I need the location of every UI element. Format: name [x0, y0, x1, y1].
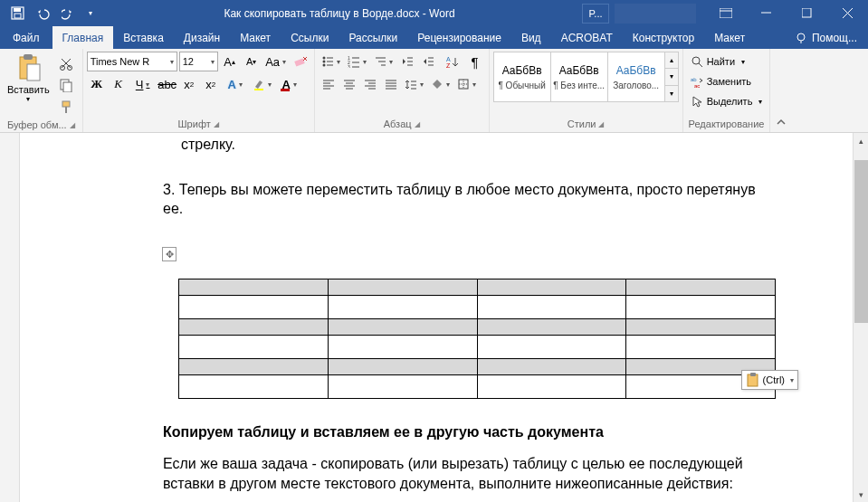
align-left-button[interactable] [319, 74, 339, 94]
svg-rect-1 [14, 8, 21, 12]
clipboard-icon [746, 373, 760, 387]
borders-button[interactable]: ▾ [454, 74, 480, 94]
tab-references[interactable]: Ссылки [281, 26, 339, 49]
svg-rect-12 [24, 54, 33, 60]
underline-button[interactable]: Ч▾ [130, 74, 156, 94]
table-row[interactable] [179, 318, 776, 335]
vertical-ruler[interactable] [0, 133, 20, 502]
qat-customize-button[interactable]: ▾ [84, 3, 97, 24]
copy-button[interactable] [56, 75, 76, 95]
close-button[interactable] [827, 0, 868, 26]
cut-button[interactable] [56, 53, 76, 73]
group-paragraph-label: Абзац [384, 118, 412, 129]
svg-point-14 [60, 66, 64, 71]
italic-button[interactable]: К [109, 74, 129, 94]
dialog-launcher-icon[interactable]: ◢ [415, 120, 420, 128]
user-area[interactable] [615, 4, 696, 24]
svg-text:A: A [446, 56, 451, 62]
style-normal[interactable]: АаБбВв ¶ Обычный [493, 52, 551, 102]
style-no-spacing[interactable]: АаБбВв ¶ Без инте... [550, 52, 608, 102]
scroll-up-button[interactable]: ▴ [854, 133, 868, 148]
tab-acrobat[interactable]: ACROBAT [551, 26, 623, 49]
table-move-handle[interactable]: ✥ [162, 247, 176, 261]
highlight-button[interactable]: ▾ [250, 74, 275, 94]
multilevel-list-button[interactable]: ▾ [371, 52, 396, 71]
tab-table-design[interactable]: Конструктор [623, 26, 704, 49]
tab-design[interactable]: Дизайн [174, 26, 230, 49]
tab-mailings[interactable]: Рассылки [339, 26, 407, 49]
scroll-thumb[interactable] [854, 160, 868, 323]
sort-button[interactable]: AZ [439, 52, 464, 71]
table-row[interactable] [179, 279, 776, 295]
document-canvas[interactable]: стрелку. 3. Теперь вы можете переместить… [20, 133, 853, 502]
ribbon-collapse-button[interactable] [770, 49, 792, 132]
shading-button[interactable]: ▾ [428, 74, 453, 94]
svg-point-9 [797, 33, 805, 41]
table-row[interactable] [179, 295, 776, 318]
group-paragraph: ▾ 123▾ ▾ AZ ¶ ▾ ▾ ▾ Абзац◢ [315, 49, 490, 132]
shrink-font-button[interactable]: A▾ [242, 52, 262, 71]
text-effects-button[interactable]: A▾ [223, 74, 248, 94]
bullets-button[interactable]: ▾ [319, 52, 344, 71]
table-row[interactable] [179, 358, 776, 374]
group-font-label: Шрифт [178, 118, 211, 129]
tab-review[interactable]: Рецензирование [407, 26, 511, 49]
align-center-button[interactable] [339, 74, 359, 94]
change-case-button[interactable]: Aa▾ [263, 52, 289, 71]
style-heading1[interactable]: АаБбВв Заголово... [607, 52, 665, 102]
font-color-button[interactable]: A▾ [277, 74, 302, 94]
decrease-indent-button[interactable] [397, 52, 417, 71]
maximize-button[interactable] [787, 0, 827, 26]
paste-label: Вставить [7, 84, 50, 95]
subscript-button[interactable]: x2 [179, 74, 199, 94]
select-button[interactable]: Выделить▾ [687, 91, 767, 111]
tab-layout[interactable]: Макет [230, 26, 281, 49]
save-button[interactable] [5, 3, 29, 24]
tab-view[interactable]: Вид [511, 26, 551, 49]
body-text-cutoff: стрелку. [181, 135, 835, 155]
align-right-button[interactable] [360, 74, 380, 94]
font-size-combo[interactable]: 12▾ [179, 52, 218, 71]
clear-formatting-button[interactable] [291, 52, 310, 71]
tab-file[interactable]: Файл [0, 26, 52, 49]
dialog-launcher-icon[interactable]: ◢ [598, 120, 604, 128]
table-row[interactable] [179, 335, 776, 358]
ribbon-display-button[interactable] [705, 0, 746, 26]
scroll-down-button[interactable]: ▾ [854, 487, 868, 502]
undo-button[interactable] [32, 3, 55, 24]
svg-rect-2 [14, 14, 21, 18]
dialog-launcher-icon[interactable]: ◢ [214, 120, 219, 128]
find-button[interactable]: Найти▾ [687, 52, 749, 71]
format-painter-button[interactable] [56, 97, 76, 117]
vertical-scrollbar[interactable]: ▴ ▾ [853, 133, 868, 502]
svg-text:3: 3 [348, 64, 350, 68]
minimize-button[interactable] [746, 0, 787, 26]
font-name-combo[interactable]: Times New R▾ [87, 52, 177, 71]
increase-indent-button[interactable] [418, 52, 438, 71]
paste-button[interactable]: Вставить ▾ [4, 52, 53, 105]
superscript-button[interactable]: x2 [201, 74, 221, 94]
tab-home[interactable]: Главная [52, 26, 114, 49]
grow-font-button[interactable]: A▴ [220, 52, 240, 71]
tab-insert[interactable]: Вставка [113, 26, 174, 49]
show-marks-button[interactable]: ¶ [465, 52, 485, 71]
redo-button[interactable] [58, 3, 81, 24]
group-editing: Найти▾ abac Заменить Выделить▾ Редактиро… [683, 49, 771, 132]
replace-button[interactable]: abac Заменить [687, 71, 755, 91]
group-font: Times New R▾ 12▾ A▴ A▾ Aa▾ Ж К Ч▾ abc x2… [83, 49, 315, 132]
justify-button[interactable] [381, 74, 401, 94]
tell-me-button[interactable]: Помощ... [784, 26, 868, 49]
svg-rect-3 [720, 8, 732, 18]
strikethrough-button[interactable]: abc [157, 74, 177, 94]
tell-me-label: Помощ... [812, 32, 857, 44]
document-table[interactable] [178, 279, 776, 399]
table-row[interactable] [179, 374, 776, 398]
styles-gallery-expand[interactable]: ▴ ▾ ▾ [664, 52, 679, 102]
paste-options-popup[interactable]: (Ctrl) ▾ [741, 370, 798, 390]
tab-table-layout[interactable]: Макет [704, 26, 755, 49]
dialog-launcher-icon[interactable]: ◢ [70, 121, 75, 129]
line-spacing-button[interactable]: ▾ [402, 74, 427, 94]
numbering-button[interactable]: 123▾ [345, 52, 370, 71]
bold-button[interactable]: Ж [87, 74, 107, 94]
user-badge[interactable]: P... [582, 4, 609, 24]
